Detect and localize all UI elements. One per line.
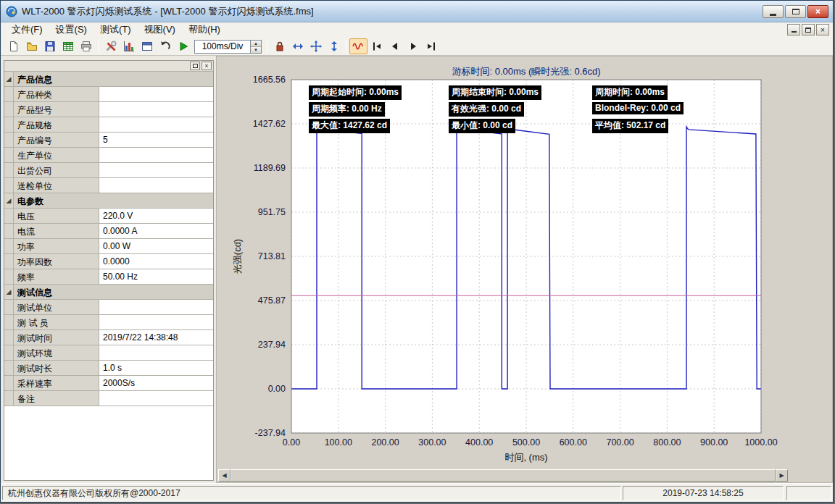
menu-file[interactable]: 文件(F) <box>5 22 49 38</box>
statusbar-datetime: 2019-07-23 14:58:25 <box>623 486 784 500</box>
window-layout-button[interactable] <box>138 38 156 54</box>
pg-value-field[interactable] <box>99 345 213 360</box>
export-button[interactable] <box>59 38 77 54</box>
spinner-up-button[interactable]: ▲ <box>251 41 261 47</box>
timebase-value[interactable]: 100ms/Div <box>194 40 251 54</box>
pg-value-field[interactable] <box>99 148 213 162</box>
property-panel: × ◢ 产品信息 产品种类 产品型号 <box>4 60 214 481</box>
close-button[interactable]: × <box>807 5 828 18</box>
mdi-close-button[interactable]: × <box>816 24 829 35</box>
reset-button[interactable] <box>156 38 174 54</box>
pg-row-tester: 测 试 员 <box>4 315 213 330</box>
scrollbar-thumb[interactable] <box>230 469 776 482</box>
pg-value-field[interactable] <box>99 300 213 314</box>
menu-view[interactable]: 视图(V) <box>138 22 182 38</box>
scroll-left-button[interactable]: ◀ <box>218 469 230 482</box>
settings-button[interactable] <box>101 38 120 54</box>
pg-value-field[interactable]: 5 <box>99 133 213 147</box>
pg-section-electrical[interactable]: ◢ 电参数 <box>4 193 213 209</box>
lock-button[interactable] <box>270 38 288 54</box>
svg-text:800.00: 800.00 <box>653 437 681 448</box>
menu-test[interactable]: 测试(T) <box>94 22 138 38</box>
panel-close-button[interactable]: × <box>202 62 212 70</box>
min-value-label: 最小值: 0.00 cd <box>449 119 515 133</box>
scroll-right-button[interactable]: ▶ <box>776 469 788 482</box>
minimize-button[interactable] <box>763 5 784 18</box>
waveform-mode-button[interactable] <box>349 38 367 54</box>
max-value-label: 最大值: 1427.62 cd <box>309 119 390 133</box>
four-way-arrows-icon <box>310 40 323 53</box>
pg-value-field[interactable] <box>99 391 213 406</box>
avg-value-label: 平均值: 502.17 cd <box>592 119 668 133</box>
property-grid: ◢ 产品信息 产品种类 产品型号 产品规格 <box>4 72 213 480</box>
pg-value-field[interactable] <box>99 315 213 329</box>
section-marker-icon: ◢ <box>4 72 14 86</box>
start-test-button[interactable] <box>174 38 192 54</box>
pg-value-field[interactable]: 0.00 W <box>99 239 213 253</box>
pan-button[interactable] <box>307 38 325 54</box>
marker-left-button[interactable] <box>386 38 404 54</box>
menu-settings[interactable]: 设置(S) <box>49 22 94 38</box>
chart-panel: 游标时间: 0.00ms (瞬时光强: 0.6cd) 0.00100.00200… <box>216 56 833 483</box>
pg-row-test-time: 测试时间 2019/7/22 14:38:48 <box>4 330 213 345</box>
svg-text:475.87: 475.87 <box>258 295 286 306</box>
property-panel-header: × <box>4 61 213 72</box>
statusbar-empty-panel <box>786 486 831 500</box>
pg-row-shipping-company: 出货公司 <box>4 163 213 178</box>
zoom-horizontal-button[interactable] <box>288 38 307 54</box>
pg-row-frequency: 频率 50.00 Hz <box>4 269 213 285</box>
svg-text:0.00: 0.00 <box>268 384 286 394</box>
svg-text:1427.62: 1427.62 <box>253 119 286 129</box>
pg-row-test-unit: 测试单位 <box>4 300 213 315</box>
waveform-icon <box>352 40 365 53</box>
open-button[interactable] <box>22 38 41 54</box>
marker-right-icon <box>407 40 420 53</box>
pg-value-field[interactable]: 50.00 Hz <box>99 269 213 284</box>
pg-value-field[interactable]: 0.0000 A <box>99 224 213 238</box>
pg-row-power-factor: 功率因数 0.0000 <box>4 254 213 269</box>
pg-row-manufacturer: 生产单位 <box>4 148 213 163</box>
svg-text:600.00: 600.00 <box>560 437 587 448</box>
chart-button[interactable] <box>120 38 138 54</box>
svg-text:-237.94: -237.94 <box>255 428 286 438</box>
new-button[interactable] <box>4 38 22 54</box>
open-folder-icon <box>25 40 38 53</box>
mdi-minimize-button[interactable] <box>787 24 800 35</box>
pg-row-current: 电流 0.0000 A <box>4 224 213 239</box>
pg-value-field[interactable]: 1.0 s <box>99 361 213 375</box>
pg-value-field[interactable]: 2019/7/22 14:38:48 <box>99 330 213 345</box>
pg-value-field[interactable] <box>99 117 213 132</box>
pg-value-field[interactable] <box>99 178 213 193</box>
save-button[interactable] <box>41 38 59 54</box>
print-button[interactable] <box>77 38 95 54</box>
mdi-restore-button[interactable] <box>802 24 815 35</box>
panel-float-button[interactable] <box>190 62 200 70</box>
marker-left-icon <box>389 40 402 53</box>
spinner-down-button[interactable]: ▼ <box>251 47 261 53</box>
maximize-button[interactable] <box>785 5 806 18</box>
svg-text:300.00: 300.00 <box>418 437 446 448</box>
marker-right-button[interactable] <box>404 38 422 54</box>
statusbar: 杭州创惠仪器有限公司版权所有@2000-2017 2019-07-23 14:5… <box>1 483 833 502</box>
pg-value-field[interactable] <box>99 102 213 117</box>
pg-value-field[interactable]: 0.0000 <box>99 254 213 269</box>
zoom-vertical-button[interactable] <box>325 38 343 54</box>
tools-icon <box>104 40 117 53</box>
pg-row-product-number: 产品编号 5 <box>4 133 213 148</box>
blondel-rey-label: Blondel-Rey: 0.00 cd <box>592 102 684 114</box>
pg-value-field[interactable] <box>99 163 213 177</box>
pg-row-voltage: 电压 220.0 V <box>4 209 213 224</box>
pg-section-product-info[interactable]: ◢ 产品信息 <box>4 72 213 87</box>
marker-start-button[interactable] <box>367 38 386 54</box>
menu-help[interactable]: 帮助(H) <box>182 22 227 38</box>
toolbar-separator <box>267 40 267 53</box>
pg-section-test-info[interactable]: ◢ 测试信息 <box>4 285 213 300</box>
marker-end-button[interactable] <box>422 38 440 54</box>
pg-value-field[interactable] <box>99 87 213 101</box>
pg-value-field[interactable]: 220.0 V <box>99 209 213 223</box>
pg-row-product-model: 产品型号 <box>4 102 213 117</box>
pg-value-field[interactable]: 2000S/s <box>99 376 213 390</box>
app-window: WLT-2000 警示灯闪烁测试系统 - [WLT-2000 警示灯闪烁测试系统… <box>0 0 834 503</box>
titlebar[interactable]: WLT-2000 警示灯闪烁测试系统 - [WLT-2000 警示灯闪烁测试系统… <box>1 1 833 22</box>
x-axis-label: 时间, (ms) <box>291 451 761 464</box>
